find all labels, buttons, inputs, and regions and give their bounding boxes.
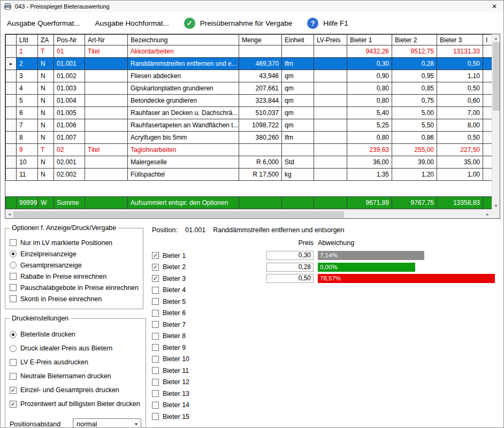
grid-cell-art[interactable] <box>85 169 128 181</box>
grid-cell-sel[interactable] <box>6 197 17 209</box>
column-header-pos[interactable]: Pos-Nr <box>54 35 85 45</box>
grid-cell-b1[interactable]: 239,63 <box>347 144 392 156</box>
bidder-checkbox[interactable] <box>152 390 159 397</box>
print-option-3[interactable]: Neutrale Bieternamen drucken <box>10 369 141 383</box>
grid-cell-za[interactable]: N <box>38 95 54 107</box>
grid-cell-bez[interactable]: Betondecke grundieren <box>128 95 239 107</box>
grid-cell-art[interactable] <box>85 82 128 95</box>
grid-cell-lfd[interactable]: 10 <box>17 156 38 169</box>
grid-cell-lv[interactable] <box>314 107 347 119</box>
bidder-checkbox[interactable] <box>152 287 159 294</box>
grid-cell-pos[interactable]: 02 <box>54 144 85 156</box>
bidder-checkbox[interactable] <box>152 310 159 317</box>
column-header-za[interactable]: ZA <box>38 35 54 45</box>
grid-cell-menge[interactable]: 510,037 <box>239 107 282 119</box>
grid-cell-b3[interactable]: 0,50 <box>437 82 483 95</box>
grid-cell-b3[interactable]: 13131,33 <box>437 45 483 58</box>
grid-cell-pos[interactable]: 01.001 <box>54 58 85 70</box>
grid-cell-ext[interactable] <box>483 70 493 82</box>
radio-unchecked-icon[interactable] <box>10 345 17 352</box>
grid-cell-lv[interactable] <box>314 156 347 169</box>
display-option-3[interactable]: Rabatte in Preise einrechnen <box>10 271 139 282</box>
grid-cell-pos[interactable]: 01 <box>54 45 85 58</box>
table-row[interactable]: 7N01.006Rauhfasertapeten an Wandflächen … <box>6 119 493 132</box>
horizontal-scrollbar[interactable]: ◄ ► <box>5 210 492 218</box>
grid-cell-ext[interactable] <box>483 119 493 132</box>
grid-cell-ext[interactable] <box>483 169 493 181</box>
vertical-scrollbar[interactable]: ▲ ▼ <box>492 34 500 210</box>
checkbox-unchecked-icon[interactable] <box>10 295 17 302</box>
grid-cell-sel[interactable] <box>6 144 17 156</box>
grid-cell-b2[interactable]: 9767,75 <box>392 197 437 209</box>
grid-cell-lv[interactable] <box>314 197 347 209</box>
grid-cell-menge[interactable]: 1098,722 <box>239 119 282 132</box>
bidder-checkbox[interactable] <box>152 413 159 420</box>
grid-cell-b1[interactable]: 5,25 <box>347 119 392 132</box>
checkbox-unchecked-icon[interactable] <box>10 359 17 366</box>
grid-cell-za[interactable]: N <box>38 58 54 70</box>
grid-cell-b3[interactable]: 35,00 <box>437 156 483 169</box>
grid-cell-sel[interactable] <box>6 45 17 58</box>
grid-cell-b1[interactable]: 5,40 <box>347 107 392 119</box>
column-header-b3[interactable]: Bieter 3 <box>437 35 483 45</box>
grid-cell-b1[interactable]: 9671,89 <box>347 197 392 209</box>
grid-cell-bez[interactable]: Randdämmstreifen entfernen und e... <box>128 58 239 70</box>
display-option-2[interactable]: Gesamtpreisanzeige <box>10 259 139 271</box>
grid-cell-lv[interactable] <box>314 58 347 70</box>
grid-cell-pos[interactable]: Summe <box>54 197 85 209</box>
grid-cell-b1[interactable]: 1,35 <box>347 169 392 181</box>
grid-cell-lv[interactable] <box>314 45 347 58</box>
display-option-1[interactable]: Einzelpreisanzeige <box>10 248 139 259</box>
grid-cell-menge[interactable] <box>239 197 282 209</box>
table-row[interactable]: 6N01.005Rauhfaser an Decken u. Dachschrä… <box>6 107 493 119</box>
grid-cell-lfd[interactable]: 3 <box>17 70 38 82</box>
grid-cell-ext[interactable] <box>483 58 493 70</box>
grid-cell-art[interactable] <box>85 95 128 107</box>
grid-cell-art[interactable] <box>85 119 128 132</box>
grid-cell-sel[interactable] <box>6 107 17 119</box>
column-header-lfd[interactable]: Lfd <box>17 35 38 45</box>
column-header-sel[interactable] <box>6 35 17 45</box>
column-header-b1[interactable]: Bieter 1 <box>347 35 392 45</box>
column-header-lv[interactable]: LV-Preis <box>314 35 347 45</box>
grid-cell-b1[interactable]: 0,90 <box>347 70 392 82</box>
grid-cell-b1[interactable]: 0,30 <box>347 58 392 70</box>
table-row[interactable]: ▸2N01.001Randdämmstreifen entfernen und … <box>6 58 493 70</box>
grid-cell-art[interactable] <box>85 107 128 119</box>
grid-cell-art[interactable] <box>85 197 128 209</box>
grid-cell-art[interactable]: Titel <box>85 45 128 58</box>
grid-cell-einheit[interactable] <box>282 45 314 58</box>
grid-cell-b3[interactable]: 0,50 <box>437 132 483 144</box>
checkbox-unchecked-icon[interactable] <box>10 373 17 380</box>
grid-cell-lv[interactable] <box>314 82 347 95</box>
grid-cell-ext[interactable] <box>483 82 493 95</box>
grid-cell-lfd[interactable]: 4 <box>17 82 38 95</box>
table-row[interactable]: 11N02.002FüllspachtelR 17,500kg1,351,201… <box>6 169 493 181</box>
grid-cell-sel[interactable] <box>6 169 17 181</box>
grid-cell-lfd[interactable]: 99999 <box>17 197 38 209</box>
grid-cell-b3[interactable]: 7,00 <box>437 107 483 119</box>
grid-cell-b2[interactable]: 0,95 <box>392 70 437 82</box>
grid-cell-sel[interactable] <box>6 119 17 132</box>
table-row[interactable]: 8N01.007Acrylfugen bis 5mm380,260lfm0,80… <box>6 132 493 144</box>
grid-cell-lv[interactable] <box>314 95 347 107</box>
table-row[interactable]: 4N01.003Gipskartonplatten grundieren207,… <box>6 82 493 95</box>
grid-cell-einheit[interactable]: lfm <box>282 58 314 70</box>
grid-cell-lv[interactable] <box>314 169 347 181</box>
grid-cell-za[interactable]: N <box>38 107 54 119</box>
grid-cell-pos[interactable]: 01.006 <box>54 119 85 132</box>
grid-cell-b3[interactable]: 1,10 <box>437 70 483 82</box>
grid-cell-pos[interactable]: 02.001 <box>54 156 85 169</box>
grid-cell-bez[interactable]: Gipskartonplatten grundieren <box>128 82 239 95</box>
grid-cell-bez[interactable]: Rauhfaser an Decken u. Dachschrä... <box>128 107 239 119</box>
radio-checked-icon[interactable] <box>10 250 17 257</box>
scroll-right-arrow[interactable]: ► <box>484 210 492 218</box>
vertical-scroll-thumb[interactable] <box>493 42 500 111</box>
ausgabe-querformat-button[interactable]: Ausgabe Querformat... <box>7 19 80 27</box>
grid-cell-b2[interactable]: 0,28 <box>392 58 437 70</box>
grid-cell-menge[interactable]: R 17,500 <box>239 169 282 181</box>
grid-cell-einheit[interactable]: Std <box>282 156 314 169</box>
column-header-einheit[interactable]: Einheit <box>282 35 314 45</box>
grid-cell-b2[interactable]: 39,00 <box>392 156 437 169</box>
grid-cell-bez[interactable]: Malergeselle <box>128 156 239 169</box>
